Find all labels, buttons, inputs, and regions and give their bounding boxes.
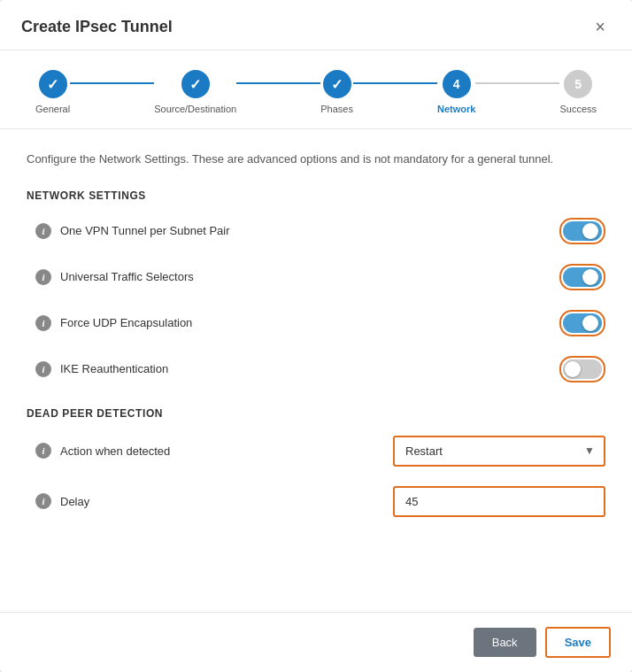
vpn-tunnel-toggle-outline	[559, 218, 605, 244]
intro-text: Configure the Network Settings. These ar…	[27, 151, 605, 168]
step-success-label: Success	[559, 104, 597, 114]
force-udp-toggle-knob	[582, 315, 598, 331]
universal-traffic-label: Universal Traffic Selectors	[60, 270, 559, 283]
step-phases: ✓ Phases	[320, 70, 353, 114]
action-detected-row: i Action when detected Restart Hold Clea…	[27, 436, 605, 467]
universal-traffic-toggle[interactable]	[563, 267, 602, 287]
vpn-tunnel-label: One VPN Tunnel per Subnet Pair	[60, 224, 559, 237]
connector-4	[475, 82, 559, 84]
ike-reauth-toggle-outline	[559, 356, 605, 382]
dialog-title: Create IPsec Tunnel	[21, 18, 173, 36]
connector-3	[353, 82, 437, 84]
step-source-destination-check: ✓	[189, 76, 201, 93]
step-success-number: 5	[574, 77, 582, 91]
step-source-destination-circle: ✓	[181, 70, 210, 98]
universal-traffic-toggle-outline	[559, 264, 605, 290]
dialog-footer: Back Save	[0, 612, 632, 672]
action-detected-info-icon[interactable]: i	[35, 443, 51, 459]
force-udp-info-icon[interactable]: i	[35, 315, 51, 331]
step-phases-circle: ✓	[323, 70, 351, 98]
step-network-label: Network	[437, 104, 475, 114]
close-button[interactable]: ×	[590, 16, 611, 37]
delay-input[interactable]	[395, 488, 604, 515]
universal-traffic-toggle-knob	[582, 269, 598, 285]
network-settings-title: NETWORK SETTINGS	[27, 189, 605, 202]
step-general: ✓ General	[35, 70, 70, 114]
universal-traffic-info-icon[interactable]: i	[35, 269, 51, 285]
step-network: 4 Network	[437, 70, 475, 114]
delay-label: Delay	[60, 495, 393, 508]
step-network-number: 4	[453, 77, 460, 91]
save-button[interactable]: Save	[545, 627, 611, 658]
action-detected-select-wrapper: Restart Hold Clear None ▼	[393, 436, 605, 467]
action-detected-label: Action when detected	[60, 444, 393, 458]
delay-input-wrapper	[393, 486, 605, 517]
step-network-circle: 4	[443, 70, 471, 98]
step-general-label: General	[35, 104, 70, 114]
ike-reauth-row: i IKE Reauthentication	[27, 356, 605, 382]
delay-info-icon[interactable]: i	[35, 493, 51, 509]
vpn-tunnel-toggle[interactable]	[563, 221, 602, 241]
stepper: ✓ General ✓ Source/Destination ✓ Phases …	[0, 50, 632, 129]
step-source-destination: ✓ Source/Destination	[154, 70, 236, 114]
dialog-content: Configure the Network Settings. These ar…	[0, 129, 632, 612]
force-udp-toggle[interactable]	[563, 313, 602, 333]
force-udp-row: i Force UDP Encapsulation	[27, 310, 605, 336]
ike-reauth-toggle-knob	[565, 361, 581, 377]
dialog-header: Create IPsec Tunnel ×	[0, 0, 632, 50]
network-settings-section: NETWORK SETTINGS i One VPN Tunnel per Su…	[27, 189, 605, 382]
vpn-tunnel-row: i One VPN Tunnel per Subnet Pair	[27, 218, 605, 244]
back-button[interactable]: Back	[474, 628, 536, 657]
delay-row: i Delay	[27, 486, 605, 517]
step-phases-check: ✓	[331, 76, 343, 93]
ike-reauth-toggle[interactable]	[563, 359, 602, 379]
force-udp-toggle-outline	[559, 310, 605, 336]
step-source-destination-label: Source/Destination	[154, 104, 236, 114]
connector-1	[70, 82, 154, 84]
connector-2	[236, 82, 320, 84]
step-general-check: ✓	[47, 76, 58, 93]
step-success: 5 Success	[559, 70, 597, 114]
vpn-tunnel-toggle-knob	[582, 223, 598, 239]
dead-peer-title: DEAD PEER DETECTION	[27, 407, 605, 420]
dead-peer-section: DEAD PEER DETECTION i Action when detect…	[27, 407, 605, 517]
create-ipsec-tunnel-dialog: Create IPsec Tunnel × ✓ General ✓ Source…	[0, 0, 632, 672]
step-success-circle: 5	[564, 70, 592, 98]
ike-reauth-info-icon[interactable]: i	[35, 361, 51, 377]
ike-reauth-label: IKE Reauthentication	[60, 362, 559, 375]
step-phases-label: Phases	[320, 104, 353, 114]
vpn-tunnel-info-icon[interactable]: i	[35, 223, 51, 239]
universal-traffic-row: i Universal Traffic Selectors	[27, 264, 605, 290]
step-general-circle: ✓	[39, 70, 67, 98]
action-detected-select[interactable]: Restart Hold Clear None	[395, 437, 604, 465]
force-udp-label: Force UDP Encapsulation	[60, 316, 559, 329]
